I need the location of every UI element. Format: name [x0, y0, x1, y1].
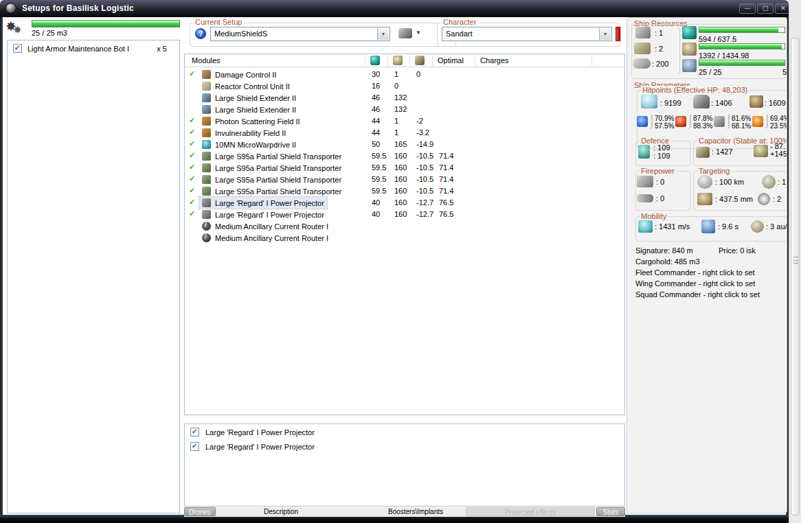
character-combobox[interactable]: Sandart ▼ [442, 27, 612, 41]
module-name-cell[interactable]: Large S95a Partial Shield Transporter [199, 162, 344, 174]
active-check-icon: ✔ [189, 198, 195, 207]
armor-resist-value: 57.5% [655, 122, 674, 130]
module-name-cell[interactable]: Large 'Regard' I Power Projector [199, 197, 327, 209]
chevron-down-icon[interactable]: ▼ [377, 28, 389, 40]
maximize-button[interactable]: ▢ [757, 3, 774, 14]
shield-extender-icon [202, 105, 211, 114]
module-row[interactable]: ✔Photon Scattering Field II441-2 [185, 115, 624, 127]
shield-resist-value: 87.8% [693, 115, 712, 122]
module-name-cell[interactable]: Large 'Regard' I Power Projector [199, 209, 327, 220]
module-name-cell[interactable]: Reactor Control Unit II [199, 80, 293, 92]
module-row[interactable]: ✔Large S95a Partial Shield Transporter59… [185, 162, 624, 174]
module-optimal: 76.5 [439, 198, 453, 207]
drone-quantity: x 5 [157, 45, 167, 53]
ship-icon [398, 28, 412, 38]
module-row[interactable]: ✔Invulnerability Field II441-3.2 [185, 127, 624, 139]
clipped-value: 5 [782, 68, 787, 76]
module-name-cell[interactable]: Medium Ancillary Current Router I [199, 232, 331, 244]
charge-list-item[interactable]: Large 'Regard' I Power Projector [185, 427, 624, 439]
checkbox[interactable] [190, 442, 199, 451]
module-name-cell[interactable]: Photon Scattering Field II [199, 115, 303, 127]
module-powergrid: 1 [394, 117, 398, 125]
charge-list-item[interactable]: Large 'Regard' I Power Projector [185, 441, 624, 453]
module-name-cell[interactable]: Large S95a Partial Shield Transporter [199, 185, 344, 197]
module-row[interactable]: ✔Large 'Regard' I Power Projector40160-1… [185, 209, 624, 220]
turret-dps-value: : 0 [656, 178, 664, 186]
signature-value: Signature: 840 m [635, 246, 693, 255]
missile-dps-value: : 0 [656, 194, 664, 202]
chevron-down-icon: ▼ [416, 30, 421, 36]
powergrid-icon [393, 56, 403, 65]
shield-extender-icon [202, 93, 211, 102]
module-name-cell[interactable]: Large Shield Extender II [199, 104, 299, 115]
close-button[interactable]: ✕ [775, 3, 789, 14]
fleet-commander-text[interactable]: Fleet Commander - right click to set [635, 268, 755, 277]
tab-stats[interactable]: Stats [596, 507, 625, 516]
scrollbar-thumb[interactable] [791, 38, 800, 515]
module-powergrid: 160 [394, 175, 407, 183]
module-name-cell[interactable]: Large Shield Extender II [199, 92, 299, 104]
module-row[interactable]: ✔Large S95a Partial Shield Transporter59… [185, 150, 624, 162]
module-name-cell[interactable]: Large S95a Partial Shield Transporter [199, 174, 344, 185]
powergrid-value: 1392 / 1434.98 [699, 51, 749, 60]
vertical-scrollbar[interactable] [789, 0, 801, 523]
module-name-cell[interactable]: Medium Ancillary Current Router I [199, 220, 331, 232]
checkbox[interactable] [13, 44, 22, 53]
wing-commander-text[interactable]: Wing Commander - right click to set [635, 279, 755, 288]
charges-panel: Large 'Regard' I Power ProjectorLarge 'R… [184, 423, 625, 507]
module-powergrid: 160 [394, 198, 407, 207]
active-check-icon: ✔ [189, 163, 195, 172]
module-row[interactable]: ✔Damage Control II3010 [185, 69, 624, 80]
minimize-button[interactable]: — [739, 3, 756, 14]
module-row[interactable]: Reactor Control Unit II160 [185, 80, 624, 92]
module-row[interactable]: Medium Ancillary Current Router I [185, 220, 624, 232]
armor-hp-icon [693, 95, 710, 108]
module-cap-use: -10.5 [416, 187, 433, 195]
module-powergrid: 1 [394, 70, 398, 78]
help-icon[interactable]: ? [195, 28, 206, 39]
module-row[interactable]: ✔Large 'Regard' I Power Projector40160-1… [185, 197, 624, 209]
drone-name: Light Armor Maintenance Bot I [27, 45, 129, 53]
missile-dps-icon [637, 194, 653, 202]
module-name: Large Shield Extender II [215, 106, 296, 114]
drone-list-item[interactable]: Light Armor Maintenance Bot Ix 5 [8, 43, 179, 56]
module-name-cell[interactable]: Invulnerability Field II [199, 127, 289, 139]
module-optimal: 76.5 [439, 210, 453, 218]
cpu-value: 594 / 637.5 [699, 35, 736, 43]
optimal-column-header[interactable]: Optimal [438, 56, 464, 65]
module-row[interactable]: Large Shield Extender II46132 [185, 104, 624, 115]
module-name-cell[interactable]: Large S95a Partial Shield Transporter [199, 150, 344, 162]
chevron-down-icon[interactable]: ▼ [599, 28, 611, 40]
checkbox[interactable] [190, 428, 199, 437]
drone-bay-list[interactable]: Light Armor Maintenance Bot Ix 5 [7, 40, 180, 513]
armor-resist-value: 23.5% [770, 122, 787, 130]
module-row[interactable]: ✔Large S95a Partial Shield Transporter59… [185, 185, 624, 197]
module-row[interactable]: ✔10MN MicroWarpdrive II50165-14.9 [185, 139, 624, 150]
module-row[interactable]: Medium Ancillary Current Router I [185, 232, 624, 244]
resist-separator [649, 115, 653, 129]
tab-description[interactable]: Description [236, 507, 326, 516]
module-name-cell[interactable]: 10MN MicroWarpdrive II [199, 139, 299, 150]
module-cpu: 40 [372, 210, 380, 218]
modules-column-header[interactable]: Modules [192, 56, 221, 65]
module-row[interactable]: Large Shield Extender II46132 [185, 92, 624, 104]
module-name: Photon Scattering Field II [215, 117, 300, 126]
max-targets-value: : 2 [773, 195, 781, 203]
module-name: Large 'Regard' I Power Projector [215, 199, 324, 207]
charges-column-header[interactable]: Charges [480, 56, 509, 65]
scrollbar-grip [793, 257, 798, 264]
module-powergrid: 132 [394, 105, 407, 113]
module-name-cell[interactable]: Damage Control II [199, 69, 279, 80]
armor-resist-value: 88.3% [693, 122, 712, 130]
module-optimal: 71.4 [439, 187, 453, 195]
setup-combobox[interactable]: MediumShieldS ▼ [210, 27, 390, 41]
targeting-label: Targeting [697, 167, 731, 175]
squad-commander-text[interactable]: Squad Commander - right click to set [635, 290, 760, 299]
tab-boosters-implants[interactable]: Boosters\Implants [364, 507, 467, 516]
module-row[interactable]: ✔Large S95a Partial Shield Transporter59… [185, 174, 624, 185]
scan-resolution-icon [697, 193, 712, 205]
setup-actions-button[interactable]: ▼ [398, 27, 425, 40]
charge-name: Large 'Regard' I Power Projector [205, 428, 315, 437]
price-value: Price: 0 isk [719, 246, 756, 255]
tab-drones[interactable]: Drones [184, 507, 216, 516]
